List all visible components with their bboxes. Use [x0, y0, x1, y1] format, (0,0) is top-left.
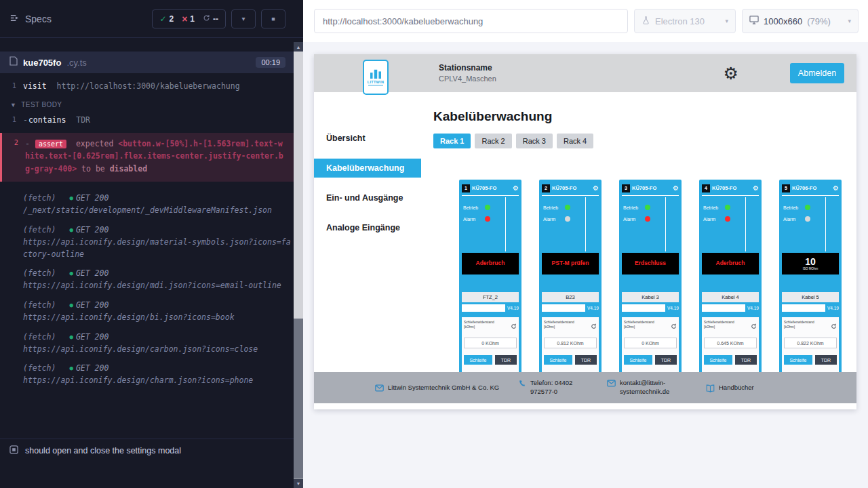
card-gear-icon[interactable]: ⚙: [593, 185, 599, 192]
schleife-button[interactable]: Schleife: [544, 355, 572, 365]
specs-button[interactable]: Specs: [9, 13, 52, 25]
footer-manuals[interactable]: Handbücher: [706, 384, 754, 392]
command-arg: http://localhost:3000/kabelueberwachung: [57, 81, 240, 91]
status-display: PST-M prüfen: [542, 253, 599, 274]
firmware-version: V4.19: [587, 306, 599, 310]
refresh-measure-icon[interactable]: [511, 320, 517, 332]
cable-name-field: FTZ_2: [462, 292, 519, 302]
command-contains[interactable]: 1 contains TDR: [0, 113, 294, 128]
scroll-up-arrow[interactable]: ▲: [294, 42, 303, 52]
resistance-value: 0.812 KOhm: [544, 338, 597, 348]
collapse-chevron-button[interactable]: ▾: [231, 9, 256, 28]
fetch-url: https://api.iconify.design/mdi.json?icon…: [23, 280, 294, 292]
command-assert-failed[interactable]: 2 assert expected <button.w-[50%].h-[1.5…: [0, 133, 294, 182]
schleife-button[interactable]: Schleife: [704, 355, 732, 365]
footer-phone[interactable]: Telefon: 04402 972577-0: [518, 379, 589, 396]
card-gear-icon[interactable]: ⚙: [753, 185, 759, 192]
pending-count: --: [213, 14, 218, 24]
passed-count: 2: [169, 14, 174, 24]
resistance-value: 0 KOhm: [464, 338, 517, 348]
nav-item-kabelueberwachung[interactable]: Kabelüberwachung: [314, 159, 421, 178]
next-test-item[interactable]: should open and close the settings modal: [0, 439, 294, 462]
tab-rack-1[interactable]: Rack 1: [433, 134, 471, 148]
nav-item-uebersicht[interactable]: Übersicht: [314, 129, 421, 148]
command-visit[interactable]: 1 visit http://localhost:3000/kabelueber…: [0, 79, 294, 94]
book-icon: [706, 384, 715, 392]
app-header: Stationsname CPLV4_Maschen ⚙ Abmelden: [314, 54, 856, 92]
fetch-url: https://api.iconify.design/material-symb…: [23, 237, 294, 261]
url-display[interactable]: http://localhost:3000/kabelueberwachung: [314, 9, 628, 33]
settings-gear-icon[interactable]: ⚙: [724, 65, 738, 82]
stop-button[interactable]: ■: [261, 9, 285, 28]
resistance-value: 0 KOhm: [624, 338, 677, 348]
fetch-log-entry[interactable]: (fetch) ● GET 200 https://api.iconify.de…: [0, 268, 294, 292]
spec-file-header[interactable]: kue705fo .cy.ts 00:19: [0, 52, 294, 73]
scroll-down-arrow[interactable]: ▼: [294, 479, 303, 488]
viewport-zoom: (79%): [807, 16, 831, 26]
tdr-button[interactable]: TDR: [575, 355, 597, 365]
fetch-log-entry[interactable]: (fetch) ● GET 200 /_next/static/developm…: [0, 192, 294, 217]
test-stats[interactable]: ✓ 2 × 1 --: [152, 9, 226, 28]
nav-item-analoge-eingaenge[interactable]: Analoge Eingänge: [314, 218, 421, 237]
footer-email[interactable]: kontakt@littwin-systemtechnik.de: [607, 379, 688, 396]
alarm-label: Alarm: [623, 217, 645, 222]
stop-icon: ■: [271, 16, 275, 22]
fetch-url: https://api.iconify.design/carbon.json?i…: [23, 344, 294, 356]
card-number-badge: 1: [462, 184, 470, 192]
tdr-button[interactable]: TDR: [495, 355, 517, 365]
aut-area: LITTWIN Stationsname CPLV4_Maschen ⚙ Abm…: [303, 42, 868, 488]
screen: Specs ✓ 2 × 1 -- ▾ ■: [0, 0, 868, 488]
mail-icon: [375, 384, 384, 392]
fetch-log-entry[interactable]: (fetch) ● GET 200 https://api.iconify.de…: [0, 363, 294, 387]
tab-rack-3[interactable]: Rack 3: [516, 134, 553, 148]
refresh-measure-icon[interactable]: [751, 320, 757, 332]
assert-to-be: to be: [81, 164, 105, 174]
url-text: http://localhost:3000/kabelueberwachung: [323, 16, 483, 26]
fetch-log-entry[interactable]: (fetch) ● GET 200 https://api.iconify.de…: [0, 300, 294, 324]
refresh-measure-icon[interactable]: [591, 320, 597, 332]
fetch-log-entry[interactable]: (fetch) ● GET 200 https://api.iconify.de…: [0, 224, 294, 260]
status-display: Erdschluss: [622, 253, 679, 274]
schleife-button[interactable]: Schleife: [784, 355, 812, 365]
browser-selector[interactable]: Electron 130 ▾: [634, 9, 736, 33]
station-name: Stationsname CPLV4_Maschen: [439, 63, 496, 83]
tdr-button[interactable]: TDR: [815, 355, 837, 365]
test-body-section[interactable]: ▼ TEST BODY: [0, 94, 294, 113]
card-gear-icon[interactable]: ⚙: [673, 185, 679, 192]
divider: [825, 197, 826, 251]
viewport-selector[interactable]: 1000x660 (79%) ▾: [742, 9, 859, 33]
scroll-thumb[interactable]: [294, 319, 303, 478]
tab-rack-2[interactable]: Rack 2: [475, 134, 511, 148]
card-gear-icon[interactable]: ⚙: [513, 185, 519, 192]
resistance-label: Schleifenwiderstand [kOhm]: [624, 320, 663, 329]
runner-controls: ✓ 2 × 1 -- ▾ ■: [152, 9, 285, 28]
refresh-measure-icon[interactable]: [831, 320, 837, 332]
fetch-log-entry[interactable]: (fetch) ● GET 200 https://api.iconify.de…: [0, 331, 294, 356]
card-model: KÜ706-FO: [792, 185, 831, 191]
logout-button[interactable]: Abmelden: [790, 63, 844, 83]
card-gear-icon[interactable]: ⚙: [833, 185, 839, 192]
runner-scrollbar[interactable]: ▲ ▼: [294, 42, 303, 488]
chevron-down-icon: ▾: [848, 18, 851, 24]
betrieb-led: [565, 205, 570, 210]
card-model: KÜ705-FO: [632, 185, 671, 191]
alarm-label: Alarm: [463, 217, 485, 222]
aut-stage: http://localhost:3000/kabelueberwachung …: [303, 0, 868, 488]
nav-item-ein-und-ausgaenge[interactable]: Ein- und Ausgänge: [314, 188, 421, 207]
card-model: KÜ705-FO: [712, 185, 751, 191]
device-card: 2 KÜ705-FO ⚙ Betrieb Alarm: [539, 180, 601, 392]
tdr-button[interactable]: TDR: [735, 355, 757, 365]
card-number-badge: 3: [622, 184, 630, 192]
tab-rack-4[interactable]: Rack 4: [557, 134, 593, 148]
schleife-button[interactable]: Schleife: [464, 355, 492, 365]
brand-subline: [368, 85, 383, 86]
fetch-label: (fetch): [23, 192, 56, 205]
assert-message: assert expected <button.w-[50%].h-[1.563…: [25, 138, 285, 176]
test-icon: [9, 445, 18, 456]
refresh-measure-icon[interactable]: [671, 320, 677, 332]
tdr-button[interactable]: TDR: [655, 355, 677, 365]
status-text: Aderbruch: [476, 260, 505, 266]
schleife-button[interactable]: Schleife: [624, 355, 652, 365]
alarm-label: Alarm: [543, 217, 565, 222]
footer-company[interactable]: Littwin Systemtechnik GmbH & Co. KG: [375, 384, 500, 392]
